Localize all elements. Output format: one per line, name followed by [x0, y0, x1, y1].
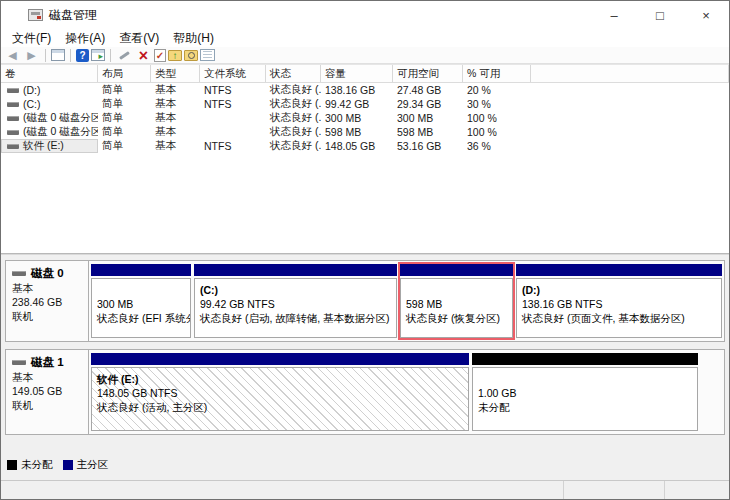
- volume-cell-type: 基本: [151, 111, 200, 125]
- column-header-capacity[interactable]: 容量: [321, 65, 393, 82]
- disk-size: 149.05 GB: [12, 384, 84, 398]
- volume-cell-pct: 100 %: [463, 111, 531, 125]
- back-icon[interactable]: [4, 48, 21, 63]
- maximize-button[interactable]: □: [637, 1, 683, 29]
- volume-row[interactable]: (磁盘 0 磁盘分区 1)简单基本状态良好 (...300 MB300 MB10…: [1, 111, 729, 125]
- volume-cell-free: 29.34 GB: [393, 97, 463, 111]
- partition-block[interactable]: 300 MB状态良好 (EFI 系统分区): [91, 264, 191, 338]
- volume-cell-free: 300 MB: [393, 111, 463, 125]
- partition-info-line: 99.42 GB NTFS: [200, 297, 391, 311]
- volume-cell-type: 基本: [151, 83, 200, 97]
- volume-cell-fs: [200, 125, 266, 139]
- folder-search-icon[interactable]: [184, 50, 198, 61]
- partition-color-bar: [194, 264, 397, 276]
- volume-cell-pct: 20 %: [463, 83, 531, 97]
- volume-row[interactable]: (磁盘 0 磁盘分区 4)简单基本状态良好 (...598 MB598 MB10…: [1, 125, 729, 139]
- disk-name-line: 磁盘 0: [12, 266, 84, 281]
- minimize-button[interactable]: –: [591, 1, 637, 29]
- close-button[interactable]: ×: [683, 1, 729, 29]
- column-header-free[interactable]: 可用空间: [393, 65, 463, 82]
- check-page-icon[interactable]: [154, 49, 166, 62]
- partition-color-bar: [91, 353, 469, 365]
- volume-table-header: 卷布局类型文件系统状态容量可用空间% 可用: [1, 64, 729, 83]
- volume-cell-layout: 简单: [98, 125, 151, 139]
- partition-info-line: 状态良好 (页面文件, 基本数据分区): [522, 311, 716, 325]
- column-header-extra[interactable]: [531, 65, 729, 82]
- volume-name-cell[interactable]: (C:): [1, 97, 98, 111]
- folder-up-icon[interactable]: [168, 50, 182, 61]
- volume-name-cell[interactable]: 软件 (E:): [1, 139, 98, 153]
- partition-info-line: 598 MB: [406, 297, 507, 311]
- menu-item-view[interactable]: 查看(V): [112, 29, 166, 48]
- disk-label-panel[interactable]: 磁盘 1基本149.05 GB联机: [6, 350, 89, 434]
- volume-cell-free: 598 MB: [393, 125, 463, 139]
- volume-icon: [7, 144, 19, 149]
- volume-cell-layout: 简单: [98, 97, 151, 111]
- column-header-fs[interactable]: 文件系统: [200, 65, 266, 82]
- console-filter-icon[interactable]: [91, 49, 105, 61]
- partition-block-recovery[interactable]: 598 MB状态良好 (恢复分区): [400, 264, 513, 338]
- legend-label: 主分区: [77, 458, 109, 472]
- help-icon[interactable]: [76, 49, 89, 62]
- title-bar: 磁盘管理 – □ ×: [1, 1, 729, 29]
- partition-body: 598 MB状态良好 (恢复分区): [400, 278, 513, 338]
- volume-name-cell[interactable]: (磁盘 0 磁盘分区 1): [1, 111, 98, 125]
- status-bar: [1, 480, 729, 500]
- volume-icon: [7, 88, 19, 93]
- window-controls: – □ ×: [591, 1, 729, 29]
- screwdriver-icon[interactable]: [116, 48, 133, 63]
- volume-cell-status: 状态良好 (...: [266, 111, 321, 125]
- unallocated-block[interactable]: 1.00 GB未分配: [472, 353, 698, 431]
- partition-color-bar: [472, 353, 698, 365]
- partition-title: [478, 372, 692, 386]
- disk-status: 联机: [12, 309, 84, 323]
- volume-row[interactable]: (C:)简单基本NTFS状态良好 (...99.42 GB29.34 GB30 …: [1, 97, 729, 111]
- partition-title: [97, 283, 185, 297]
- menu-item-help[interactable]: 帮助(H): [166, 29, 221, 48]
- volume-row[interactable]: 软件 (E:)简单基本NTFS状态良好 (...148.05 GB53.16 G…: [1, 139, 729, 153]
- column-header-type[interactable]: 类型: [151, 65, 200, 82]
- volume-icon: [7, 130, 19, 135]
- disk-icon: [12, 360, 26, 365]
- volume-cell-pct: 100 %: [463, 125, 531, 139]
- toolbar: [1, 47, 729, 64]
- menu-item-action[interactable]: 操作(A): [58, 29, 112, 48]
- console-icon[interactable]: [51, 49, 65, 61]
- volume-cell-capacity: 598 MB: [321, 125, 393, 139]
- partition-block[interactable]: 软件 (E:)148.05 GB NTFS状态良好 (活动, 主分区): [91, 353, 469, 431]
- column-header-pct[interactable]: % 可用: [463, 65, 531, 82]
- partition-info-line: 300 MB: [97, 297, 185, 311]
- volume-cell-free: 27.48 GB: [393, 83, 463, 97]
- legend-label: 未分配: [21, 458, 53, 472]
- column-header-status[interactable]: 状态: [266, 65, 321, 82]
- column-header-layout[interactable]: 布局: [98, 65, 151, 82]
- partition-info-line: 1.00 GB: [478, 386, 692, 400]
- volume-name-label: (磁盘 0 磁盘分区 4): [23, 125, 98, 139]
- forward-icon[interactable]: [23, 48, 40, 63]
- legend-swatch-primary: [63, 460, 73, 470]
- partition-block[interactable]: (D:)138.16 GB NTFS状态良好 (页面文件, 基本数据分区): [516, 264, 722, 338]
- volume-name-cell[interactable]: (D:): [1, 83, 98, 97]
- disk-management-window: 磁盘管理 – □ × 文件(F)操作(A)查看(V)帮助(H) 卷布局类型文件系…: [0, 0, 730, 500]
- disk-row-1: 磁盘 1基本149.05 GB联机软件 (E:)148.05 GB NTFS状态…: [5, 349, 725, 435]
- volume-row[interactable]: (D:)简单基本NTFS状态良好 (...138.16 GB27.48 GB20…: [1, 83, 729, 97]
- volume-name-cell[interactable]: (磁盘 0 磁盘分区 4): [1, 125, 98, 139]
- menu-item-file[interactable]: 文件(F): [5, 29, 58, 48]
- volume-cell-type: 基本: [151, 139, 200, 153]
- partition-info-line: 未分配: [478, 400, 692, 414]
- partition-body: 1.00 GB未分配: [472, 367, 698, 431]
- delete-icon[interactable]: [135, 48, 152, 63]
- volume-cell-status: 状态良好 (...: [266, 139, 321, 153]
- status-bar-fill: [1, 481, 563, 500]
- disk-name: 磁盘 1: [31, 355, 64, 370]
- volume-cell-fs: [200, 111, 266, 125]
- disk-label-panel[interactable]: 磁盘 0基本238.46 GB联机: [6, 261, 89, 341]
- properties-icon[interactable]: [200, 49, 215, 61]
- volume-cell-fs: NTFS: [200, 97, 266, 111]
- partition-block[interactable]: (C:)99.42 GB NTFS状态良好 (启动, 故障转储, 基本数据分区): [194, 264, 397, 338]
- partition-info-line: 状态良好 (恢复分区): [406, 311, 507, 325]
- volume-cell-extra: [531, 139, 729, 153]
- legend-swatch-unallocated: [7, 460, 17, 470]
- column-header-volume[interactable]: 卷: [1, 65, 98, 82]
- volume-cell-type: 基本: [151, 97, 200, 111]
